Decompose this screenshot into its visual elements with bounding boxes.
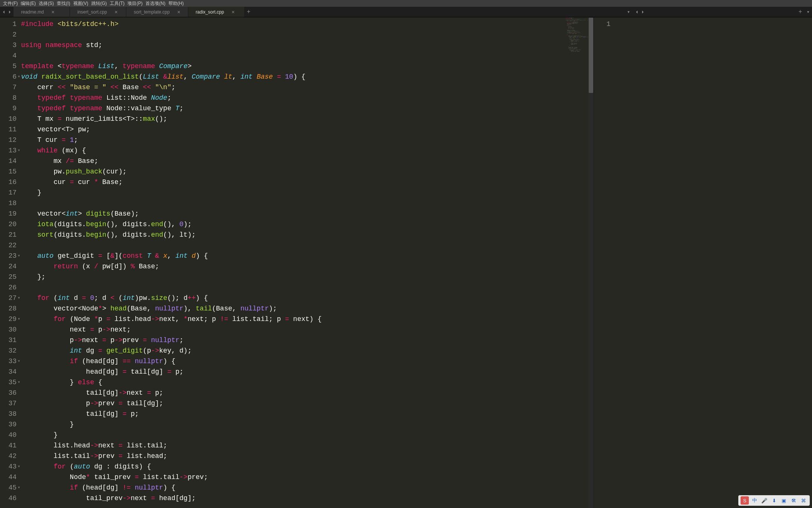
code-line[interactable]: T mx = numeric_limits<T>::max(); <box>21 114 594 124</box>
code-line[interactable]: cerr << "base = " << Base << "\n"; <box>21 82 594 93</box>
code-line[interactable]: int dg = get_digit(p->key, d); <box>21 345 594 356</box>
tab-add-button[interactable]: + <box>245 7 253 17</box>
gutter[interactable]: 1234567891011121314151617181920212223242… <box>0 17 20 508</box>
menu-item[interactable]: 首选项(N) <box>144 0 167 7</box>
line-number[interactable]: 1 <box>594 19 614 29</box>
code-line[interactable]: next = p->next; <box>21 324 594 335</box>
code-line[interactable] <box>21 50 594 61</box>
line-number[interactable]: 6 <box>0 71 20 82</box>
line-number[interactable]: 31 <box>0 335 20 345</box>
line-number[interactable]: 5 <box>0 61 20 71</box>
code-line[interactable]: T cur = 1; <box>21 135 594 145</box>
code-line[interactable]: #include <bits/stdc++.h> <box>21 19 594 29</box>
code-line[interactable]: } <box>21 187 594 198</box>
code-line[interactable]: for (auto dg : digits) { <box>21 461 594 472</box>
line-number[interactable]: 40 <box>0 430 20 440</box>
code-line[interactable]: for (Node *p = list.head->next, *next; p… <box>21 314 594 324</box>
line-number[interactable]: 1 <box>0 19 20 29</box>
code-line[interactable]: return (x / pw[d]) % Base; <box>21 261 594 272</box>
gutter-right[interactable]: 1 <box>594 17 614 508</box>
line-number[interactable]: 11 <box>0 124 20 135</box>
code-line[interactable]: pw.push_back(cur); <box>21 166 594 177</box>
line-number[interactable]: 45 <box>0 482 20 493</box>
pane-dropdown[interactable]: ▾ <box>625 7 632 17</box>
tab[interactable]: readme.md× <box>14 7 70 17</box>
line-number[interactable]: 36 <box>0 388 20 398</box>
code-line[interactable]: list.head->next = list.tail; <box>21 440 594 451</box>
menu-item[interactable]: 帮助(H) <box>167 0 185 7</box>
close-icon[interactable]: × <box>115 9 118 15</box>
code-line[interactable]: tail[dg] = p; <box>21 409 594 419</box>
code-line[interactable]: if (head[dg] == nullptr) { <box>21 356 594 367</box>
line-number[interactable]: 29 <box>0 314 20 324</box>
pane-add-button[interactable]: + <box>796 7 804 17</box>
close-icon[interactable]: × <box>232 9 235 15</box>
minimap[interactable]: #include <bits/stdc++.h>using namespace … <box>566 17 588 508</box>
line-number[interactable]: 25 <box>0 272 20 282</box>
ime-badge[interactable]: S <box>741 496 749 505</box>
code-line[interactable] <box>21 29 594 40</box>
screen-icon[interactable]: ▣ <box>780 496 788 505</box>
menu-item[interactable]: 查找(I) <box>55 0 71 7</box>
line-number[interactable]: 16 <box>0 177 20 187</box>
code-line[interactable] <box>21 282 594 293</box>
code-line[interactable]: typedef typename List::Node Node; <box>21 93 594 103</box>
line-number[interactable]: 2 <box>0 29 20 40</box>
menu-item[interactable]: 跳转(G) <box>90 0 108 7</box>
code-line[interactable]: iota(digits.begin(), digits.end(), 0); <box>21 219 594 230</box>
line-number[interactable]: 39 <box>0 419 20 430</box>
line-number[interactable]: 9 <box>0 103 20 114</box>
vertical-scrollbar[interactable] <box>588 17 594 508</box>
line-number[interactable]: 34 <box>0 367 20 377</box>
line-number[interactable]: 28 <box>0 303 20 314</box>
code-line[interactable]: for (int d = 0; d < (int)pw.size(); d++)… <box>21 293 594 303</box>
download-icon[interactable]: ⬇ <box>770 496 778 505</box>
line-number[interactable]: 10 <box>0 114 20 124</box>
line-number[interactable]: 46 <box>0 493 20 503</box>
line-number[interactable]: 33 <box>0 356 20 367</box>
code-line[interactable]: } <box>21 419 594 430</box>
line-number[interactable]: 44 <box>0 472 20 482</box>
line-number[interactable]: 15 <box>0 166 20 177</box>
tab-nav-left[interactable] <box>0 7 14 17</box>
code-line[interactable] <box>21 240 594 251</box>
line-number[interactable]: 20 <box>0 219 20 230</box>
code-line[interactable]: template <typename List, typename Compar… <box>21 61 594 71</box>
line-number[interactable]: 8 <box>0 93 20 103</box>
code-line[interactable]: typedef typename Node::value_type T; <box>21 103 594 114</box>
menu-item[interactable]: 项目(P) <box>126 0 144 7</box>
code-line[interactable]: p->prev = tail[dg]; <box>21 398 594 409</box>
line-number[interactable]: 37 <box>0 398 20 409</box>
code-line[interactable]: using namespace std; <box>21 40 594 50</box>
code-line[interactable]: mx /= Base; <box>21 156 594 166</box>
code-line[interactable]: void radix_sort_based_on_list(List &list… <box>21 71 594 82</box>
line-number[interactable]: 13 <box>0 145 20 156</box>
code-line[interactable]: while (mx) { <box>21 145 594 156</box>
menu-item[interactable]: 工具(T) <box>108 0 126 7</box>
line-number[interactable]: 38 <box>0 409 20 419</box>
line-number[interactable]: 14 <box>0 156 20 166</box>
code-line[interactable]: vector<T> pw; <box>21 124 594 135</box>
tab[interactable]: insert_sort.cpp× <box>70 7 126 17</box>
menu-item[interactable]: 视图(V) <box>72 0 90 7</box>
tab[interactable]: sort_template.cpp× <box>126 7 188 17</box>
code-line[interactable]: tail[dg]->next = p; <box>21 388 594 398</box>
code-line[interactable]: Node* tail_prev = list.tail->prev; <box>21 472 594 482</box>
grid-icon[interactable]: ⌘ <box>799 496 807 505</box>
close-icon[interactable]: × <box>177 9 180 15</box>
code-line[interactable]: p->next = p->prev = nullptr; <box>21 335 594 345</box>
ime-lang[interactable]: 中 <box>750 496 759 505</box>
code-line[interactable]: cur = cur * Base; <box>21 177 594 187</box>
code-line[interactable]: sort(digits.begin(), digits.end(), lt); <box>21 230 594 240</box>
pane-dropdown-right[interactable]: ▾ <box>804 7 812 17</box>
line-number[interactable]: 21 <box>0 230 20 240</box>
line-number[interactable]: 27 <box>0 293 20 303</box>
line-number[interactable]: 23 <box>0 251 20 261</box>
code-line[interactable]: auto get_digit = [&](const T & x, int d)… <box>21 251 594 261</box>
code-line[interactable]: vector<Node*> head(Base, nullptr), tail(… <box>21 303 594 314</box>
code-area[interactable]: #include <bits/stdc++.h>using namespace … <box>20 17 594 508</box>
line-number[interactable]: 3 <box>0 40 20 50</box>
code-line[interactable]: tail_prev->next = head[dg]; <box>21 493 594 503</box>
close-icon[interactable]: × <box>52 9 55 15</box>
code-line[interactable] <box>21 198 594 208</box>
